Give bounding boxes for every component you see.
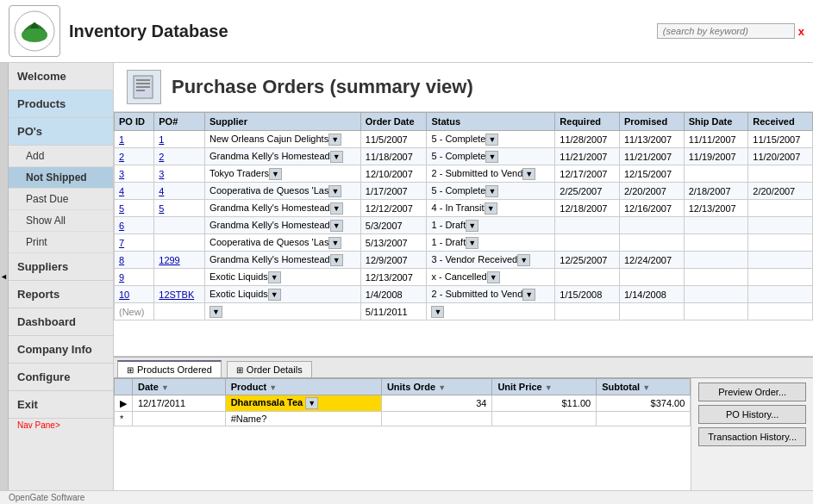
col-po-num[interactable]: PO#: [154, 113, 205, 131]
main-table-container[interactable]: PO ID PO# Supplier Order Date Status Req…: [114, 112, 813, 357]
sub-col-date[interactable]: Date ▼: [133, 379, 226, 395]
po-id-link[interactable]: 6: [119, 221, 124, 231]
po-history-button[interactable]: PO History...: [698, 405, 806, 424]
status-dropdown-btn[interactable]: ▼: [522, 289, 535, 301]
tab-products-ordered[interactable]: ⊞ Products Ordered: [117, 360, 222, 377]
transaction-history-button[interactable]: Transaction History...: [698, 427, 806, 446]
po-id-link[interactable]: 9: [119, 272, 124, 283]
cell-po-num: 2: [154, 148, 205, 165]
sidebar-item-configure[interactable]: Configure: [9, 364, 113, 391]
status-dropdown-btn[interactable]: ▼: [431, 306, 444, 318]
tab-order-details[interactable]: ⊞ Order Details: [227, 361, 312, 377]
sub-new-cell-product: #Name?: [225, 412, 381, 426]
cell-po-id[interactable]: 5: [115, 200, 154, 217]
cell-received: [748, 286, 813, 303]
sidebar-item-products[interactable]: Products: [9, 90, 113, 118]
sidebar-sub-not-shipped[interactable]: Not Shipped: [9, 167, 113, 189]
supplier-dropdown-btn[interactable]: ▼: [210, 306, 222, 318]
po-id-link[interactable]: 1: [119, 134, 124, 145]
col-supplier[interactable]: Supplier: [204, 113, 360, 131]
sub-table-area[interactable]: Date ▼ Product ▼ Units Orde ▼ Unit Price…: [114, 378, 691, 490]
table-row: (New)▼5/11/2011▼: [115, 303, 813, 320]
supplier-dropdown-btn[interactable]: ▼: [269, 168, 282, 180]
po-id-link[interactable]: 3: [119, 169, 124, 179]
supplier-dropdown-btn[interactable]: ▼: [328, 134, 341, 146]
cell-po-id[interactable]: 9: [115, 269, 154, 286]
supplier-dropdown-btn[interactable]: ▼: [268, 271, 281, 283]
sub-row-select[interactable]: ▶: [115, 395, 133, 412]
supplier-dropdown-btn[interactable]: ▼: [328, 185, 341, 197]
search-clear-button[interactable]: x: [798, 25, 804, 38]
product-dropdown-btn[interactable]: ▼: [305, 397, 318, 409]
sidebar-item-exit[interactable]: Exit: [9, 391, 113, 419]
preview-order-button[interactable]: Preview Order...: [698, 383, 806, 401]
sub-col-product[interactable]: Product ▼: [225, 379, 381, 395]
po-num-link[interactable]: 5: [159, 203, 164, 214]
sub-col-subtotal[interactable]: Subtotal ▼: [597, 379, 691, 395]
cell-po-id[interactable]: (New): [115, 303, 154, 320]
status-dropdown-btn[interactable]: ▼: [485, 202, 497, 215]
po-num-link[interactable]: 12STBK: [159, 289, 194, 300]
cell-po-id[interactable]: 1: [115, 131, 154, 148]
sidebar-item-company-info[interactable]: Company Info: [9, 336, 113, 364]
col-ship-date[interactable]: Ship Date: [684, 113, 748, 131]
sidebar-sub-show-all[interactable]: Show All: [9, 210, 113, 232]
cell-order-date: 11/18/2007: [360, 148, 427, 165]
sidebar-sub-add[interactable]: Add: [9, 146, 113, 167]
status-dropdown-btn[interactable]: ▼: [485, 185, 498, 197]
sub-col-units[interactable]: Units Orde ▼: [381, 379, 491, 395]
cell-po-id[interactable]: 7: [115, 234, 154, 252]
po-id-link[interactable]: 10: [119, 289, 129, 300]
po-num-link[interactable]: 1: [159, 134, 164, 145]
supplier-dropdown-btn[interactable]: ▼: [268, 289, 281, 301]
supplier-dropdown-btn[interactable]: ▼: [330, 202, 343, 215]
sub-col-unit-price[interactable]: Unit Price ▼: [492, 379, 597, 395]
supplier-dropdown-btn[interactable]: ▼: [330, 220, 343, 232]
cell-po-id[interactable]: 4: [115, 183, 154, 200]
sidebar-item-dashboard[interactable]: Dashboard: [9, 308, 113, 336]
status-dropdown-btn[interactable]: ▼: [485, 151, 498, 163]
col-promised[interactable]: Promised: [619, 113, 684, 131]
sidebar-item-suppliers[interactable]: Suppliers: [9, 253, 113, 281]
po-id-link[interactable]: 2: [119, 152, 124, 162]
col-po-id[interactable]: PO ID: [115, 113, 154, 131]
sidebar-item-pos[interactable]: PO's: [9, 118, 113, 146]
table-row: 22Grandma Kelly's Homestead▼11/18/20075 …: [115, 148, 813, 165]
sidebar-item-reports[interactable]: Reports: [9, 281, 113, 308]
sidebar-item-welcome[interactable]: Welcome: [9, 63, 113, 90]
col-status[interactable]: Status: [427, 113, 555, 131]
cell-po-id[interactable]: 8: [115, 252, 154, 269]
status-dropdown-btn[interactable]: ▼: [485, 134, 498, 146]
po-num-link[interactable]: 4: [159, 186, 164, 196]
po-id-link[interactable]: 8: [119, 255, 124, 265]
po-num-link[interactable]: 2: [159, 152, 164, 162]
nav-pane-label: Nav Pane>: [9, 419, 113, 432]
cell-status: 1 - Draft▼: [427, 234, 555, 252]
cell-po-id[interactable]: 10: [115, 286, 154, 303]
supplier-dropdown-btn[interactable]: ▼: [330, 254, 343, 266]
search-input[interactable]: [657, 23, 795, 39]
col-required[interactable]: Required: [555, 113, 620, 131]
supplier-dropdown-btn[interactable]: ▼: [328, 237, 341, 249]
status-dropdown-btn[interactable]: ▼: [517, 254, 530, 266]
col-received[interactable]: Received: [748, 113, 813, 131]
status-dropdown-btn[interactable]: ▼: [466, 237, 478, 249]
po-id-link[interactable]: 7: [119, 238, 124, 248]
status-dropdown-btn[interactable]: ▼: [487, 271, 500, 283]
po-id-link[interactable]: 4: [119, 186, 124, 196]
cell-po-id[interactable]: 3: [115, 165, 154, 183]
cell-required: [555, 303, 620, 320]
sidebar-sub-print[interactable]: Print: [9, 232, 113, 253]
supplier-dropdown-btn[interactable]: ▼: [330, 151, 343, 163]
col-order-date[interactable]: Order Date: [360, 113, 427, 131]
po-num-link[interactable]: 3: [159, 169, 164, 179]
status-dropdown-btn[interactable]: ▼: [522, 168, 535, 180]
po-id-link[interactable]: 5: [119, 203, 124, 214]
cell-po-id[interactable]: 2: [115, 148, 154, 165]
cell-po-id[interactable]: 6: [115, 217, 154, 234]
sidebar-collapse-button[interactable]: ◄: [0, 63, 9, 490]
po-num-link[interactable]: 1299: [159, 255, 179, 265]
sub-cell-product[interactable]: Dharamsala Tea ▼: [225, 395, 381, 412]
sidebar-sub-past-due[interactable]: Past Due: [9, 189, 113, 210]
status-dropdown-btn[interactable]: ▼: [466, 220, 478, 232]
